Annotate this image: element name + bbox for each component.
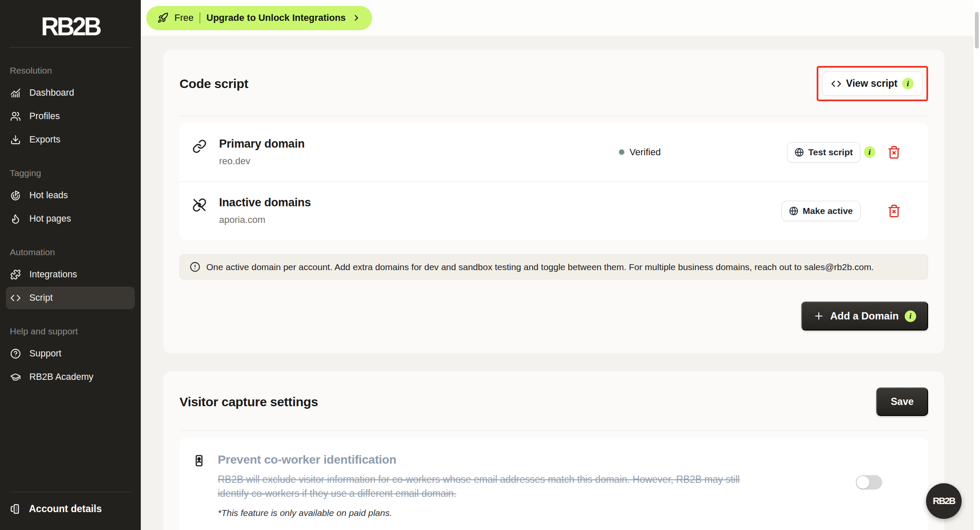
domain-name: aporia.com [219,214,619,225]
users-icon [10,111,21,122]
red-annotation-box: View script i [817,66,928,101]
account-details-button[interactable]: Account details [0,492,141,517]
alert-circle-icon [190,262,200,272]
account-card-icon [10,503,21,515]
coworker-toggle[interactable] [856,475,882,490]
nav-section-resolution: Resolution Dashboard Profiles Exports [0,60,141,151]
chevron-right-icon [352,13,361,23]
dashboard-chart-icon [10,88,21,98]
pill-divider [199,12,200,23]
sidebar-item-hot-pages[interactable]: Hot pages [6,208,135,230]
sidebar-item-academy[interactable]: RB2B Academy [6,366,135,388]
sidebar-item-profiles[interactable]: Profiles [6,105,135,128]
delete-domain-icon[interactable] [887,204,901,218]
setting-description: RB2B will exclude visitor information fo… [218,473,758,501]
make-active-label: Make active [803,206,853,216]
account-details-label: Account details [29,503,102,515]
verified-label: Verified [630,147,661,158]
info-badge-slot: i [860,146,880,158]
sidebar-item-integrations[interactable]: Integrations [6,263,135,286]
info-badge-icon[interactable]: i [902,78,914,89]
save-button[interactable]: Save [876,388,928,416]
sidebar-item-script[interactable]: Script [6,287,135,309]
visitor-capture-header: Visitor capture settings Save [179,388,928,416]
puzzle-icon [10,269,21,280]
sidebar-nav: Resolution Dashboard Profiles Exports [0,48,141,399]
graduation-cap-icon [10,372,21,382]
sidebar-item-label: Script [29,293,53,303]
header-divider [179,430,928,431]
sidebar-item-label: Hot leads [29,190,68,201]
info-badge-icon[interactable]: i [905,311,916,322]
domain-info: Inactive domains aporia.com [219,196,619,225]
rb2b-logo: RB2B [0,11,141,41]
chat-widget-button[interactable]: RB2B [926,483,962,519]
domains-panel: Primary domain reo.dev Verified Test scr… [179,123,928,240]
domain-title: Inactive domains [219,196,619,209]
globe-icon [795,148,804,157]
test-script-button[interactable]: Test script [787,142,860,162]
sidebar-item-label: Hot pages [29,214,71,224]
domain-row-primary: Primary domain reo.dev Verified Test scr… [179,123,928,181]
sidebar-item-label: Support [29,348,61,359]
page-content: Code script View script i [141,36,980,530]
contact-card-icon [192,454,206,467]
test-script-label: Test script [808,147,853,157]
nav-section-help: Help and support Support RB2B Academy [0,320,141,388]
globe-icon [789,206,798,216]
help-circle-icon [10,348,21,359]
plus-icon [813,311,824,322]
domain-info: Primary domain reo.dev [219,137,619,167]
info-badge-icon[interactable]: i [864,146,875,158]
view-script-button[interactable]: View script i [822,71,923,96]
sidebar-item-label: RB2B Academy [29,372,94,382]
code-icon [831,79,841,89]
domain-name: reo.dev [219,156,619,167]
download-icon [10,134,21,145]
visitor-capture-title: Visitor capture settings [179,395,318,409]
code-script-card: Code script View script i [163,50,944,353]
verified-status: Verified [619,147,787,158]
visitor-capture-card: Visitor capture settings Save Prevent co… [163,371,944,530]
sidebar-footer: Account details [0,492,141,517]
toggle-knob [857,476,869,489]
sidebar-item-dashboard[interactable]: Dashboard [6,82,135,104]
sidebar-item-support[interactable]: Support [6,342,135,365]
domains-note: One active domain per account. Add extra… [179,254,928,279]
top-bar: Free Upgrade to Unlock Integrations [141,0,980,36]
sidebar-item-hot-leads[interactable]: Hot leads [6,184,135,207]
goal-target-icon [10,190,21,201]
upgrade-cta-label: Upgrade to Unlock Integrations [206,12,346,23]
scrollbar-thumb[interactable] [975,12,979,48]
sidebar-item-label: Dashboard [29,88,74,98]
section-label-help: Help and support [0,320,141,342]
upgrade-banner[interactable]: Free Upgrade to Unlock Integrations [146,6,372,30]
sidebar-item-label: Exports [29,134,60,145]
sidebar-item-exports[interactable]: Exports [6,128,135,151]
sidebar: RB2B Resolution Dashboard Profiles E [0,0,141,530]
section-label-automation: Automation [0,241,141,262]
coworker-setting-panel: Prevent co-worker identification RB2B wi… [179,438,928,530]
setting-title: Prevent co-worker identification [218,453,758,467]
rocket-icon [157,12,168,23]
nav-section-tagging: Tagging Hot leads Hot pages [0,162,141,230]
view-script-label: View script [846,78,897,89]
main-area: Free Upgrade to Unlock Integrations Code… [141,0,980,530]
page-scrollbar[interactable] [974,0,980,530]
sidebar-item-label: Profiles [29,111,60,122]
nav-section-automation: Automation Integrations Script [0,241,141,309]
section-label-resolution: Resolution [0,60,141,81]
setting-paid-note: *This feature is only available on paid … [218,508,758,518]
link-icon [192,139,207,154]
domain-title: Primary domain [219,137,619,151]
make-active-button[interactable]: Make active [781,201,860,221]
verified-dot [619,149,624,155]
plan-badge: Free [174,12,194,23]
add-domain-label: Add a Domain [830,310,899,322]
setting-text-block: Prevent co-worker identification RB2B wi… [218,453,758,518]
delete-domain-icon[interactable] [887,145,901,159]
domain-row-inactive: Inactive domains aporia.com Make active [179,181,928,240]
unlink-icon [192,198,207,212]
flame-icon [10,214,21,224]
add-domain-button[interactable]: Add a Domain i [801,302,928,331]
